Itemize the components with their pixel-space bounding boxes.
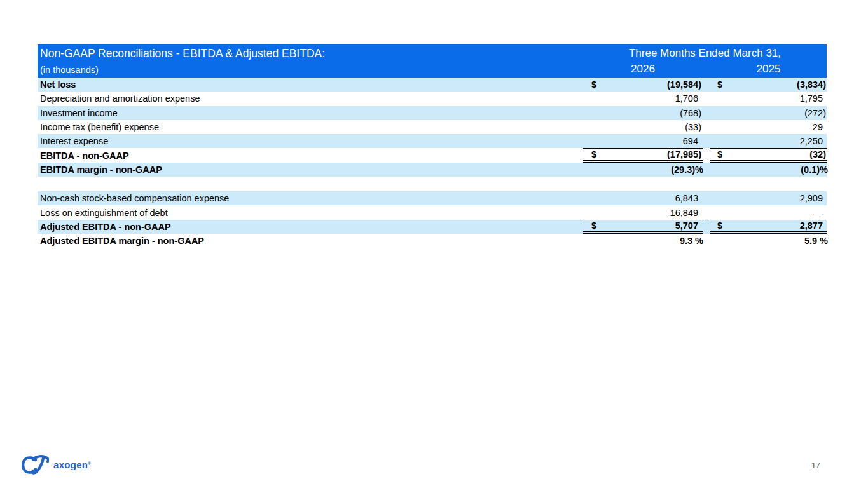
value-2025: (3,834) xyxy=(797,79,826,90)
column-gap xyxy=(703,120,710,134)
value-cell-2025: $ (3,834) xyxy=(710,78,827,92)
slide: Non-GAAP Reconciliations - EBITDA & Adju… xyxy=(0,0,868,488)
value-2026: 1,706 xyxy=(675,93,698,104)
table-row: EBITDA - non-GAAP $ (17,985) $ (32) xyxy=(38,148,827,162)
value-2025: 2,877 xyxy=(800,220,823,231)
value-2025: — xyxy=(814,208,823,218)
value-2026: 9.3 % xyxy=(680,236,703,246)
value-2025: (32) xyxy=(809,149,826,159)
column-gap xyxy=(703,106,710,120)
value-cell-2026: 694 xyxy=(583,134,703,148)
value-2025: 2,909 xyxy=(800,193,823,203)
dollar-sign: $ xyxy=(591,220,596,231)
value-2026: 6,843 xyxy=(675,193,698,203)
value-cell-2025: 2,909 xyxy=(710,191,827,205)
table-header-right: Three Months Ended March 31, 2026 2025 xyxy=(583,44,827,78)
column-gap xyxy=(703,148,710,162)
value-cell-2025: (0.1)% xyxy=(710,163,827,177)
column-gap xyxy=(703,163,710,177)
value-2025: 1,795 xyxy=(800,93,823,104)
table-header: Non-GAAP Reconciliations - EBITDA & Adju… xyxy=(38,44,827,78)
row-label: Adjusted EBITDA margin - non-GAAP xyxy=(38,236,583,246)
dollar-sign: $ xyxy=(591,79,596,90)
value-2026: (17,985) xyxy=(667,149,701,159)
spacer-row xyxy=(38,177,827,191)
column-gap xyxy=(703,92,710,105)
value-2026: 5,707 xyxy=(675,220,698,231)
dollar-sign: $ xyxy=(717,149,722,159)
value-cell-2026: (33) xyxy=(583,120,703,134)
logo-wordmark: axogen® xyxy=(53,459,91,470)
value-2025: (272) xyxy=(804,108,826,118)
table-row: Adjusted EBITDA margin - non-GAAP 9.3 % … xyxy=(38,234,827,248)
table-row: Depreciation and amortization expense 1,… xyxy=(38,92,827,105)
value-2026: (29.3)% xyxy=(671,165,703,175)
row-label: Income tax (benefit) expense xyxy=(38,122,583,132)
value-cell-2025: 1,795 xyxy=(710,92,827,105)
row-label: EBITDA - non-GAAP xyxy=(38,151,583,161)
value-2026: (33) xyxy=(685,122,701,132)
column-gap xyxy=(703,78,710,92)
axogen-alpha-icon xyxy=(20,453,49,476)
value-cell-2025: $ (32) xyxy=(710,148,827,162)
row-label: Investment income xyxy=(38,108,583,118)
period-header: Three Months Ended March 31, xyxy=(583,47,827,60)
column-gap xyxy=(703,234,710,248)
year-column-2026: 2026 xyxy=(583,63,703,76)
value-cell-2026: 6,843 xyxy=(583,191,703,205)
value-2026: (19,584) xyxy=(667,79,701,90)
dollar-sign: $ xyxy=(717,220,722,231)
value-2025: 2,250 xyxy=(800,136,823,146)
dollar-sign: $ xyxy=(591,149,596,159)
column-gap xyxy=(703,134,710,148)
table-row: Adjusted EBITDA - non-GAAP $ 5,707 $ 2,8… xyxy=(38,220,827,234)
table-row: Interest expense 694 2,250 xyxy=(38,134,827,148)
table-title: Non-GAAP Reconciliations - EBITDA & Adju… xyxy=(40,47,583,60)
row-label: Depreciation and amortization expense xyxy=(38,93,583,104)
table-row: Investment income (768) (272) xyxy=(38,106,827,120)
row-label: Non-cash stock-based compensation expens… xyxy=(38,193,583,203)
page-number: 17 xyxy=(811,461,820,470)
table-row: Net loss $ (19,584) $ (3,834) xyxy=(38,78,827,92)
value-cell-2025: $ 2,877 xyxy=(710,220,827,234)
value-cell-2025: — xyxy=(710,205,827,219)
table-body: Net loss $ (19,584) $ (3,834) Depreciati… xyxy=(38,78,827,248)
table-row: Loss on extinguishment of debt 16,849 — xyxy=(38,205,827,219)
value-cell-2025: 2,250 xyxy=(710,134,827,148)
value-2025: 29 xyxy=(813,122,823,132)
ebitda-reconciliation-table: Non-GAAP Reconciliations - EBITDA & Adju… xyxy=(38,44,827,248)
value-2025: (0.1)% xyxy=(801,165,828,175)
row-label: Adjusted EBITDA - non-GAAP xyxy=(38,222,583,232)
table-row: Income tax (benefit) expense (33) 29 xyxy=(38,120,827,134)
table-row: EBITDA margin - non-GAAP (29.3)% (0.1)% xyxy=(38,163,827,177)
value-cell-2025: 29 xyxy=(710,120,827,134)
table-subtitle: (in thousands) xyxy=(40,65,583,75)
year-headers: 2026 2025 xyxy=(583,63,827,76)
value-cell-2026: 9.3 % xyxy=(583,234,703,248)
value-cell-2026: 16,849 xyxy=(583,205,703,219)
registered-mark: ® xyxy=(88,461,91,466)
value-2026: 694 xyxy=(683,136,698,146)
row-label: EBITDA margin - non-GAAP xyxy=(38,165,583,175)
column-gap xyxy=(703,63,710,76)
value-2026: 16,849 xyxy=(670,208,698,218)
value-cell-2026: $ (19,584) xyxy=(583,78,703,92)
value-cell-2025: (272) xyxy=(710,106,827,120)
value-2025: 5.9 % xyxy=(804,236,828,246)
value-cell-2025 xyxy=(710,177,827,191)
column-gap xyxy=(703,205,710,219)
value-cell-2026 xyxy=(583,177,703,191)
column-gap xyxy=(703,220,710,234)
column-gap xyxy=(703,191,710,205)
value-cell-2025: 5.9 % xyxy=(710,234,827,248)
value-2026: (768) xyxy=(680,108,701,118)
axogen-logo: axogen® xyxy=(20,453,91,476)
value-cell-2026: (29.3)% xyxy=(583,163,703,177)
table-row: Non-cash stock-based compensation expens… xyxy=(38,191,827,205)
value-cell-2026: $ 5,707 xyxy=(583,220,703,234)
table-header-left: Non-GAAP Reconciliations - EBITDA & Adju… xyxy=(38,44,583,78)
row-label: Net loss xyxy=(38,79,583,90)
column-gap xyxy=(703,177,710,191)
row-label: Interest expense xyxy=(38,136,583,146)
row-label: Loss on extinguishment of debt xyxy=(38,208,583,218)
